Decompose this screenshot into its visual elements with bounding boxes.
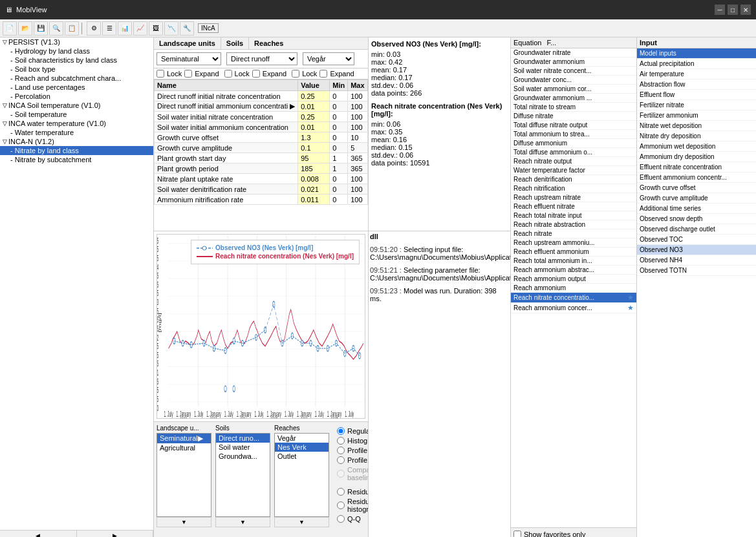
eq-item[interactable]: Total diffuse nitrate output xyxy=(511,121,636,130)
input-item[interactable]: Growth curve offset xyxy=(637,183,756,193)
image-button[interactable]: 🖼 xyxy=(149,21,163,36)
param-value[interactable] xyxy=(298,174,330,184)
lock-checkbox-1[interactable] xyxy=(157,70,164,78)
eq-item[interactable]: Diffuse ammonium xyxy=(511,139,636,148)
soils-item-soilwater[interactable]: Soil water xyxy=(216,443,270,452)
eq-item[interactable]: Reach ammonium abstrac... xyxy=(511,266,636,275)
input-item[interactable]: Effluent nitrate concentration xyxy=(637,162,756,173)
reaches-item-nesverk[interactable]: Nes Verk xyxy=(275,443,329,452)
tree-item-soil-box[interactable]: - Soil box type xyxy=(0,65,153,74)
input-item[interactable]: Observed TOTN xyxy=(637,266,756,276)
input-item[interactable]: Observed snow depth xyxy=(637,214,756,224)
tree-item-incan[interactable]: ▽ INCA-N (V1.2) xyxy=(0,137,153,146)
eq-item[interactable]: Reach nitrification xyxy=(511,184,636,193)
tree-item-percolation[interactable]: - Percolation xyxy=(0,92,153,101)
param-value-input[interactable] xyxy=(301,196,327,204)
param-value[interactable] xyxy=(298,195,330,205)
eq-item[interactable]: Reach effluent ammonium xyxy=(511,247,636,257)
tree-item-nitrate-land[interactable]: - Nitrate by land class xyxy=(0,146,153,155)
param-value-input[interactable] xyxy=(301,113,327,121)
eq-item[interactable]: Total nitrate to stream xyxy=(511,103,636,112)
input-item[interactable]: Ammonium dry deposition xyxy=(637,152,756,162)
eq-list[interactable]: Groundwater nitrate Groundwater ammonium… xyxy=(511,48,636,527)
eq-item[interactable]: Total ammonium to strea... xyxy=(511,130,636,139)
settings-button[interactable]: ⚙ xyxy=(87,21,101,36)
input-item[interactable]: Additional time series xyxy=(637,204,756,214)
radio-qq-input[interactable] xyxy=(337,515,345,523)
tree-item-landuse[interactable]: - Land use percentages xyxy=(0,83,153,92)
params-table-container[interactable]: Name Value Min Max Unit Des Direct runof… xyxy=(154,79,368,231)
lock-checkbox-3[interactable] xyxy=(292,70,299,78)
save-button[interactable]: 💾 xyxy=(34,21,48,36)
eq-item[interactable]: Reach total ammonium in... xyxy=(511,257,636,266)
input-item[interactable]: Observed discharge outlet xyxy=(637,224,756,235)
param-value[interactable] xyxy=(298,184,330,195)
input-item[interactable]: Fertilizer nitrate xyxy=(637,100,756,111)
input-item[interactable]: Actual precipitation xyxy=(637,59,756,69)
radio-profile2d-input[interactable] xyxy=(337,456,345,464)
search-button[interactable]: 🔍 xyxy=(49,21,63,36)
eq-item[interactable]: Reach ammonium concer... ★ xyxy=(511,303,636,313)
eq-item[interactable]: Diffuse nitrate xyxy=(511,112,636,121)
soils-item-direct[interactable]: Direct runo... xyxy=(216,434,270,443)
radio-profile2d[interactable]: Profile2D xyxy=(337,456,368,464)
eq-item[interactable]: Reach denitrification xyxy=(511,175,636,184)
param-value-input[interactable] xyxy=(301,154,327,162)
chart3-button[interactable]: 📉 xyxy=(164,21,178,36)
param-value-input[interactable] xyxy=(301,165,327,173)
tools-button[interactable]: 🔧 xyxy=(180,21,194,36)
eq-item[interactable]: Reach upstream ammoniu... xyxy=(511,238,636,247)
show-favorites-row[interactable]: Show favorites only xyxy=(511,527,636,537)
param-value[interactable] xyxy=(298,132,330,143)
reaches-list-scroll[interactable]: Vegår Nes Verk Outlet xyxy=(274,433,329,517)
tree-item-persist[interactable]: ▽ PERSIST (V1.3) xyxy=(0,37,153,47)
input-item[interactable]: Growth curve amplitude xyxy=(637,193,756,204)
tree-item-hydrology[interactable]: - Hydrology by land class xyxy=(0,47,153,56)
soils-scroll-btn[interactable]: ▼ xyxy=(215,517,270,527)
expand-checkbox-3[interactable] xyxy=(319,70,327,78)
tree-item-soil-temp-sub[interactable]: - Soil temperature xyxy=(0,110,153,119)
maximize-button[interactable]: □ xyxy=(728,5,738,15)
reaches-item-vegar[interactable]: Vegår xyxy=(275,434,329,443)
radio-regular-input[interactable] xyxy=(337,427,345,435)
title-bar-controls[interactable]: ─ □ ✕ xyxy=(715,5,751,15)
soils-item-ground[interactable]: Groundwa... xyxy=(216,452,270,461)
param-value-input[interactable] xyxy=(301,144,327,152)
radio-residhist[interactable]: Residual histogram xyxy=(337,498,368,513)
param-value[interactable] xyxy=(298,143,330,153)
soils-list-scroll[interactable]: Direct runo... Soil water Groundwa... xyxy=(215,433,270,517)
param-value[interactable] xyxy=(298,112,330,122)
eq-item[interactable]: Reach nitrate xyxy=(511,229,636,238)
eq-item[interactable]: Reach nitrate output xyxy=(511,157,636,166)
tree-item-water-temp-sub[interactable]: - Water temperature xyxy=(0,128,153,137)
input-item[interactable]: Observed NH4 xyxy=(637,255,756,266)
eq-item[interactable]: Total diffuse ammonium o... xyxy=(511,148,636,157)
eq-fav-star[interactable]: ★ xyxy=(627,304,634,312)
param-value-input[interactable] xyxy=(301,185,327,193)
list-button[interactable]: ☰ xyxy=(102,21,116,36)
tree-item-water-temp[interactable]: ▽ INCA water temperature (V1.0) xyxy=(0,119,153,128)
tree-item-reach[interactable]: - Reach and subcatchment chara... xyxy=(0,74,153,83)
input-item[interactable]: Observed TOC xyxy=(637,235,756,245)
param-value[interactable] xyxy=(298,153,330,163)
input-item[interactable]: Model inputs xyxy=(637,48,756,59)
reaches-item-outlet[interactable]: Outlet xyxy=(275,452,329,461)
param-value-input[interactable] xyxy=(301,92,327,100)
eq-item[interactable]: Groundwater ammonium ... xyxy=(511,94,636,103)
radio-profile-input[interactable] xyxy=(337,447,345,454)
param-value-input[interactable] xyxy=(301,103,327,111)
reaches-scroll-btn[interactable]: ▼ xyxy=(274,517,329,527)
eq-item[interactable]: Reach nitrate abstraction xyxy=(511,220,636,229)
chart2-button[interactable]: 📈 xyxy=(133,21,147,36)
radio-residuals-input[interactable] xyxy=(337,488,345,496)
input-item[interactable]: Ammonium wet deposition xyxy=(637,142,756,152)
eq-item[interactable]: Soil water ammonium cor... xyxy=(511,85,636,94)
expand-checkbox-2[interactable] xyxy=(252,70,260,78)
input-item[interactable]: Effluent ammonium concentr... xyxy=(637,173,756,183)
eq-item[interactable]: Soil water nitrate concent... xyxy=(511,67,636,76)
radio-histogram[interactable]: Histogram xyxy=(337,437,368,445)
input-item[interactable]: Nitrate wet deposition xyxy=(637,121,756,131)
open-button[interactable]: 📂 xyxy=(18,21,32,36)
landscape-scroll-btn[interactable]: ▼ xyxy=(157,517,211,527)
chart1-button[interactable]: 📊 xyxy=(118,21,132,36)
